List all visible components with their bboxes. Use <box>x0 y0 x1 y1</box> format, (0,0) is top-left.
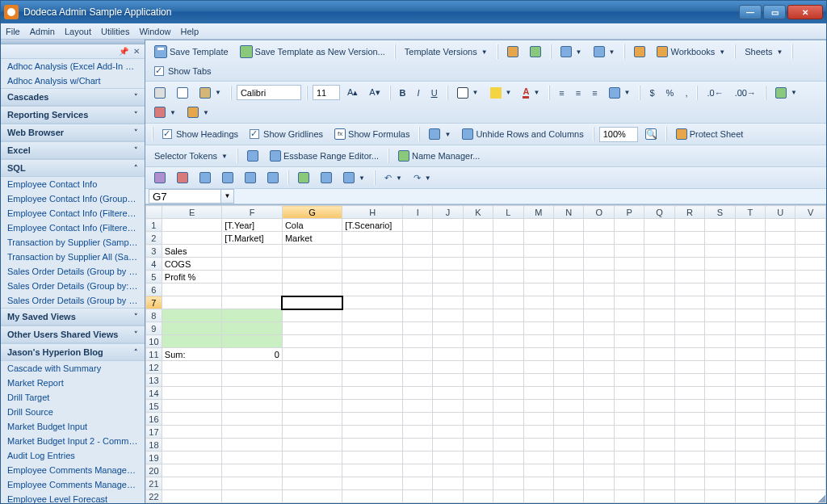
cell[interactable] <box>584 296 614 309</box>
cell[interactable] <box>342 309 403 322</box>
cell[interactable] <box>766 439 796 452</box>
titlebar[interactable]: Dodeca Admin Sample Application — ▭ ✕ <box>1 1 826 23</box>
cell[interactable] <box>796 258 826 271</box>
sidebar-item[interactable]: Cascade with Summary <box>1 361 145 376</box>
cell[interactable] <box>614 426 644 439</box>
cell[interactable] <box>644 219 674 232</box>
sidebar-group[interactable]: Excel˅ <box>1 141 145 159</box>
bold-button[interactable]: B <box>396 86 410 100</box>
cell[interactable] <box>403 400 433 413</box>
cell[interactable] <box>735 477 765 490</box>
cell[interactable] <box>735 271 765 284</box>
row-header[interactable]: 18 <box>146 439 162 452</box>
row-header[interactable]: 10 <box>146 335 162 348</box>
cell[interactable] <box>222 452 283 464</box>
cell[interactable] <box>796 374 826 387</box>
col-header[interactable]: E <box>162 206 221 219</box>
cell[interactable] <box>282 309 342 322</box>
cell[interactable] <box>735 490 765 503</box>
menu-admin[interactable]: Admin <box>30 27 55 36</box>
cell[interactable] <box>493 439 523 452</box>
cell[interactable] <box>403 271 433 284</box>
cell[interactable] <box>493 374 523 387</box>
cell[interactable] <box>342 452 403 464</box>
row-header[interactable]: 11 <box>146 348 162 361</box>
col-header[interactable]: M <box>523 206 553 219</box>
cell[interactable]: Market <box>282 232 342 245</box>
cell[interactable] <box>523 348 553 361</box>
cell[interactable] <box>554 245 584 258</box>
cell[interactable] <box>554 477 584 490</box>
name-manager-button[interactable]: Name Manager... <box>394 148 484 164</box>
cell[interactable] <box>796 296 826 309</box>
cell[interactable] <box>523 426 553 439</box>
cell[interactable] <box>644 400 674 413</box>
cell[interactable]: Profit % <box>162 271 221 284</box>
cell[interactable] <box>554 387 584 400</box>
cell[interactable] <box>766 348 796 361</box>
cell[interactable] <box>342 245 403 258</box>
col-header[interactable]: T <box>735 206 765 219</box>
cell[interactable] <box>433 413 463 426</box>
cell[interactable] <box>554 258 584 271</box>
cell[interactable] <box>644 361 674 374</box>
cell[interactable] <box>584 387 614 400</box>
cell[interactable] <box>674 232 704 245</box>
cell[interactable] <box>584 232 614 245</box>
cell[interactable] <box>523 322 553 335</box>
sidebar-item[interactable]: Drill Source <box>1 405 145 419</box>
sidebar-item[interactable]: Employee Contact Info (Grouped by: J... <box>1 191 145 206</box>
cell[interactable] <box>735 413 765 426</box>
cell[interactable] <box>222 477 283 490</box>
font-select[interactable] <box>237 85 301 100</box>
cell[interactable] <box>433 348 463 361</box>
cell[interactable] <box>433 361 463 374</box>
cell[interactable] <box>766 258 796 271</box>
cell[interactable] <box>766 503 796 504</box>
cell[interactable] <box>463 361 493 374</box>
sidebar-item[interactable]: Transaction by Supplier (Sample Basic) <box>1 235 145 250</box>
comma-button[interactable]: , <box>681 86 691 100</box>
cell[interactable] <box>463 387 493 400</box>
cell[interactable] <box>162 400 221 413</box>
cell[interactable] <box>493 490 523 503</box>
cell[interactable] <box>766 452 796 464</box>
cell[interactable] <box>222 413 283 426</box>
cell[interactable] <box>162 490 221 503</box>
cell[interactable] <box>403 503 433 504</box>
row-header[interactable]: 3 <box>146 245 162 258</box>
cell[interactable] <box>614 477 644 490</box>
cell[interactable] <box>674 258 704 271</box>
cell[interactable] <box>403 413 433 426</box>
cell[interactable] <box>342 400 403 413</box>
cell[interactable] <box>614 335 644 348</box>
cell[interactable] <box>433 232 463 245</box>
cell[interactable] <box>523 400 553 413</box>
cell[interactable] <box>584 400 614 413</box>
cell[interactable] <box>674 374 704 387</box>
cell[interactable] <box>282 374 342 387</box>
cell[interactable] <box>282 361 342 374</box>
sidebar-item[interactable]: Sales Order Details (Group by: Produ... <box>1 279 145 293</box>
font-color-button[interactable]: A▼ <box>518 84 544 101</box>
cell[interactable] <box>554 503 584 504</box>
cell[interactable] <box>523 245 553 258</box>
cell[interactable] <box>644 245 674 258</box>
col-header[interactable]: V <box>796 206 826 219</box>
name-box[interactable] <box>149 189 221 204</box>
cell[interactable] <box>674 400 704 413</box>
cell[interactable] <box>705 452 735 464</box>
cell[interactable] <box>644 271 674 284</box>
cell[interactable] <box>222 361 283 374</box>
cell[interactable] <box>222 258 283 271</box>
cell[interactable] <box>342 348 403 361</box>
col-header[interactable]: Q <box>644 206 674 219</box>
cell[interactable] <box>342 464 403 477</box>
cell[interactable] <box>705 271 735 284</box>
cell[interactable] <box>162 464 221 477</box>
cell[interactable] <box>463 426 493 439</box>
cell[interactable] <box>433 322 463 335</box>
maximize-button[interactable]: ▭ <box>763 5 786 19</box>
cell[interactable] <box>766 271 796 284</box>
cell[interactable] <box>403 361 433 374</box>
